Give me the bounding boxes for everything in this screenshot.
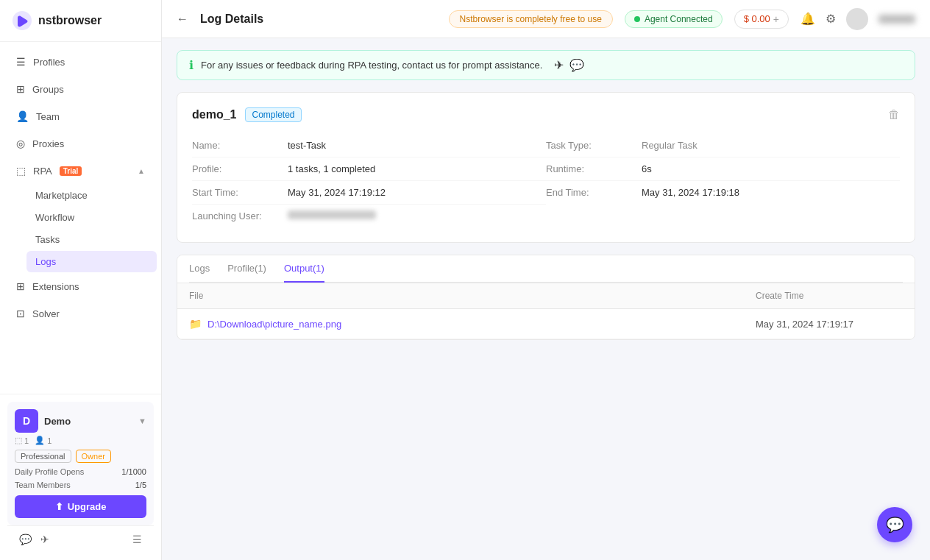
badge-owner: Owner — [76, 450, 111, 463]
user-card: D Demo ▼ ⬚ 1 👤 1 Professional Owner — [7, 402, 154, 525]
sidebar-item-rpa[interactable]: ⬚ RPA Trial ▲ — [4, 157, 157, 184]
profiles-icon: ☰ — [16, 56, 26, 68]
logs-label: Logs — [35, 256, 56, 267]
info-icon: ℹ — [189, 58, 194, 72]
sidebar-item-groups-label: Groups — [32, 84, 64, 95]
name-label: Name: — [192, 140, 288, 151]
sidebar-item-marketplace[interactable]: Marketplace — [26, 185, 157, 206]
solver-icon: ⊡ — [16, 308, 25, 319]
table-row: 📁 D:\Download\picture_name.png May 31, 2… — [177, 309, 915, 339]
tab-output[interactable]: Output(1) — [284, 255, 324, 283]
workflow-label: Workflow — [35, 212, 74, 223]
tabs-container: Logs Profile(1) Output(1) — [177, 255, 915, 283]
end-time-label: End Time: — [546, 187, 642, 198]
chat-bubble-button[interactable]: 💬 — [877, 507, 912, 542]
tabs: Logs Profile(1) Output(1) — [189, 255, 903, 283]
task-type-value: Regular Task — [642, 140, 698, 151]
balance-amount: $ 0.00 — [744, 13, 770, 24]
sidebar-item-team[interactable]: 👤 Team — [4, 103, 157, 130]
launching-user-blurred — [288, 210, 376, 219]
menu-toggle-icon[interactable]: ☰ — [132, 534, 142, 545]
sidebar-bottom: D Demo ▼ ⬚ 1 👤 1 Professional Owner — [0, 394, 161, 560]
sidebar-item-tasks[interactable]: Tasks — [26, 229, 157, 250]
upgrade-button[interactable]: ⬆ Upgrade — [15, 495, 146, 518]
sidebar-nav: ☰ Profiles ⊞ Groups 👤 Team ◎ Proxies ⬚ R… — [0, 42, 161, 394]
team-icon: 👤 — [16, 110, 29, 122]
log-title: demo_1 — [192, 108, 236, 121]
user-name: Demo — [44, 416, 132, 427]
col-time-header: Create Time — [756, 291, 903, 301]
settings-icon[interactable]: ⚙ — [826, 12, 836, 26]
logo-icon — [12, 10, 32, 31]
log-details-left: Name: test-Task Profile: 1 tasks, 1 comp… — [192, 134, 546, 227]
log-details-right: Task Type: Regular Task Runtime: 6s End … — [546, 134, 900, 227]
team-members-label: Team Members — [15, 481, 71, 489]
agent-status: Agent Connected — [625, 10, 723, 28]
sidebar-item-solver[interactable]: ⊡ Solver — [4, 300, 157, 327]
notification-icon[interactable]: 🔔 — [801, 12, 815, 26]
user-avatar-topbar[interactable] — [846, 8, 868, 30]
user-header: D Demo ▼ — [15, 409, 146, 433]
back-button[interactable]: ← — [177, 13, 188, 26]
sidebar-item-profiles[interactable]: ☰ Profiles — [4, 49, 157, 75]
task-type-row: Task Type: Regular Task — [546, 134, 900, 157]
user-badges: Professional Owner — [15, 450, 146, 463]
extensions-label: Extensions — [32, 281, 79, 292]
delete-icon[interactable]: 🗑 — [888, 108, 900, 121]
end-time-row: End Time: May 31, 2024 17:19:18 — [546, 181, 900, 204]
discord-link-icon[interactable]: 💬 — [569, 58, 584, 72]
sidebar-item-workflow[interactable]: Workflow — [26, 207, 157, 228]
user-menu-chevron[interactable]: ▼ — [138, 417, 146, 425]
daily-profile-label: Daily Profile Opens — [15, 467, 84, 476]
avatar-initial: D — [23, 415, 30, 427]
content-area: ℹ For any issues or feedback during RPA … — [162, 38, 930, 560]
discord-icon[interactable]: 💬 — [19, 534, 32, 545]
agent-status-text: Agent Connected — [645, 14, 713, 24]
launching-user-row: Launching User: — [192, 205, 546, 227]
telegram-icon[interactable]: ✈ — [40, 534, 49, 545]
file-link[interactable]: D:\Download\picture_name.png — [207, 319, 756, 330]
solver-label: Solver — [32, 308, 60, 319]
chevron-up-icon: ▲ — [138, 167, 145, 175]
member-count: 👤 1 — [35, 436, 52, 445]
log-details-card: demo_1 Completed 🗑 Name: test-Task Profi… — [177, 92, 915, 243]
member-icon: 👤 — [35, 436, 45, 445]
sidebar: nstbrowser ☰ Profiles ⊞ Groups 👤 Team ◎ … — [0, 0, 162, 560]
chat-icon: 💬 — [886, 516, 904, 534]
balance-plus-button[interactable]: + — [773, 13, 779, 25]
telegram-link-icon[interactable]: ✈ — [554, 58, 564, 72]
profile-row: Profile: 1 tasks, 1 completed — [192, 157, 546, 181]
runtime-label: Runtime: — [546, 163, 642, 174]
tab-profile[interactable]: Profile(1) — [227, 255, 266, 283]
rpa-left: ⬚ RPA Trial — [16, 165, 82, 177]
launching-user-label: Launching User: — [192, 210, 288, 221]
footer-social-icons: 💬 ✈ — [19, 534, 49, 545]
runtime-value: 6s — [642, 163, 652, 174]
file-create-time: May 31, 2024 17:19:17 — [756, 319, 903, 330]
extensions-icon: ⊞ — [16, 280, 25, 292]
sidebar-item-proxies[interactable]: ◎ Proxies — [4, 130, 157, 157]
tasks-label: Tasks — [35, 234, 60, 245]
tab-logs[interactable]: Logs — [189, 255, 210, 283]
runtime-row: Runtime: 6s — [546, 157, 900, 181]
col-file-header: File — [189, 291, 756, 301]
end-time-value: May 31, 2024 17:19:18 — [642, 187, 739, 198]
sidebar-item-profiles-label: Profiles — [33, 57, 65, 68]
upgrade-icon: ⬆ — [55, 501, 63, 512]
groups-icon: ⊞ — [16, 83, 25, 95]
trial-badge: Trial — [60, 166, 82, 176]
logo: nstbrowser — [0, 0, 161, 42]
logo-text: nstbrowser — [38, 14, 102, 27]
browser-icon: ⬚ — [15, 436, 22, 445]
sidebar-footer: 💬 ✈ ☰ — [7, 525, 154, 553]
rpa-label: RPA — [33, 166, 52, 177]
marketplace-label: Marketplace — [35, 190, 88, 201]
sidebar-item-groups[interactable]: ⊞ Groups — [4, 76, 157, 102]
free-banner: Nstbrowser is completely free to use — [449, 10, 613, 28]
start-time-label: Start Time: — [192, 187, 288, 198]
sidebar-item-extensions[interactable]: ⊞ Extensions — [4, 273, 157, 300]
info-banner: ℹ For any issues or feedback during RPA … — [177, 50, 915, 80]
output-section: Logs Profile(1) Output(1) File Create Ti… — [177, 255, 915, 340]
sidebar-item-logs[interactable]: Logs — [26, 251, 157, 272]
page-title: Log Details — [200, 13, 263, 26]
